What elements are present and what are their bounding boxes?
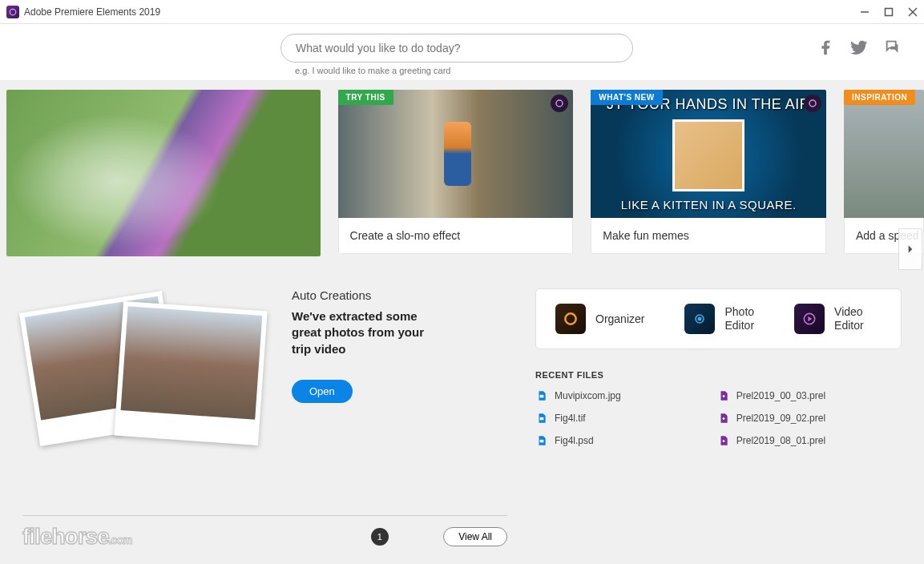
app-title: Adobe Premiere Elements 2019 (24, 6, 160, 18)
minimize-button[interactable] (860, 7, 870, 17)
recent-files: RECENT FILES Muvipixcom.jpgFig4l.tifFig4… (535, 370, 902, 447)
polaroid-thumb (114, 301, 267, 445)
hero-card[interactable] (6, 90, 321, 256)
svg-point-9 (698, 317, 702, 321)
svg-rect-12 (540, 417, 544, 421)
photo-editor-icon (684, 304, 715, 334)
search-hint: e.g. I would like to make a greeting car… (295, 66, 450, 75)
auto-creations-heading: Auto Creations (292, 288, 503, 302)
facebook-icon[interactable] (817, 38, 834, 59)
titlebar: Adobe Premiere Elements 2019 (0, 0, 924, 24)
card-caption: Create a slo-mo effect (338, 218, 574, 254)
svg-rect-2 (886, 8, 893, 15)
pager-badge[interactable]: 1 (371, 528, 389, 546)
maximize-button[interactable] (884, 7, 894, 17)
card-memes[interactable]: WHAT'S NEW JT YOUR HANDS IN THE AIR LIKE… (591, 90, 826, 256)
premiere-mark-icon (804, 95, 821, 112)
editors-box: Organizer Photo Editor Video Editor (535, 288, 902, 349)
lower-section: Auto Creations We've extracted some grea… (0, 256, 924, 457)
svg-rect-11 (540, 395, 544, 398)
organizer-icon (555, 304, 586, 334)
recent-file-item[interactable]: Muvipixcom.jpg (535, 389, 621, 402)
organizer-launcher[interactable]: Organizer (555, 304, 644, 334)
video-editor-label: Video Editor (834, 305, 864, 332)
chat-icon[interactable] (884, 38, 902, 59)
prel-file-icon (717, 389, 730, 402)
recent-file-name: Fig4l.tif (555, 413, 586, 424)
card-caption: Make fun memes (591, 218, 826, 254)
filehorse-logo: filehorse.com (22, 524, 131, 550)
footer: filehorse.com 1 View All (22, 515, 507, 550)
twitter-icon[interactable] (850, 38, 868, 59)
carousel: TRY THIS Create a slo-mo effect WHAT'S N… (0, 80, 924, 256)
recent-file-item[interactable]: Fig4l.tif (535, 412, 621, 425)
card-slomo[interactable]: TRY THIS Create a slo-mo effect (338, 90, 574, 256)
video-editor-launcher[interactable]: Video Editor (794, 304, 864, 334)
recent-file-item[interactable]: Prel2019_08_01.prel (717, 434, 825, 447)
close-button[interactable] (908, 7, 918, 17)
svg-point-0 (10, 9, 16, 15)
recent-files-heading: RECENT FILES (535, 370, 902, 380)
recent-file-name: Fig4l.psd (555, 435, 594, 446)
image-file-icon (535, 389, 548, 402)
photo-editor-label: Photo Editor (724, 305, 754, 332)
video-editor-icon (794, 304, 825, 334)
recent-file-item[interactable]: Prel2019_00_03.prel (717, 389, 825, 402)
carousel-next-button[interactable] (898, 228, 922, 270)
svg-point-6 (809, 100, 816, 107)
view-all-button[interactable]: View All (443, 527, 507, 546)
recent-file-item[interactable]: Fig4l.psd (535, 434, 621, 447)
recent-file-name: Muvipixcom.jpg (555, 390, 621, 401)
prel-file-icon (717, 434, 730, 447)
badge-try-this: TRY THIS (338, 90, 393, 105)
organizer-label: Organizer (595, 312, 644, 326)
auto-creations-panel: Auto Creations We've extracted some grea… (22, 288, 503, 457)
meme-bottom-text: LIKE A KITTEN IN A SQUARE. (621, 198, 797, 212)
badge-whats-new: WHAT'S NEW (591, 90, 662, 105)
image-file-icon (535, 412, 548, 425)
topbar: e.g. I would like to make a greeting car… (0, 24, 924, 80)
premiere-mark-icon (551, 95, 568, 112)
auto-creations-subtext: We've extracted some great photos from y… (292, 308, 444, 357)
auto-creations-thumbnails (22, 288, 271, 457)
app-icon (6, 6, 19, 18)
recent-file-name: Prel2019_00_03.prel (736, 390, 825, 401)
recent-file-name: Prel2019_08_01.prel (736, 435, 825, 446)
svg-point-5 (556, 100, 563, 107)
meme-image (672, 119, 744, 191)
photo-editor-launcher[interactable]: Photo Editor (684, 304, 754, 334)
svg-rect-13 (540, 440, 544, 443)
recent-file-item[interactable]: Prel2019_09_02.prel (717, 412, 825, 425)
search-input[interactable] (280, 34, 633, 62)
badge-inspiration: INSPIRATION (844, 90, 915, 105)
svg-point-7 (565, 313, 575, 324)
image-file-icon (535, 434, 548, 447)
recent-file-name: Prel2019_09_02.prel (736, 413, 825, 424)
prel-file-icon (717, 412, 730, 425)
open-button[interactable]: Open (292, 380, 353, 403)
